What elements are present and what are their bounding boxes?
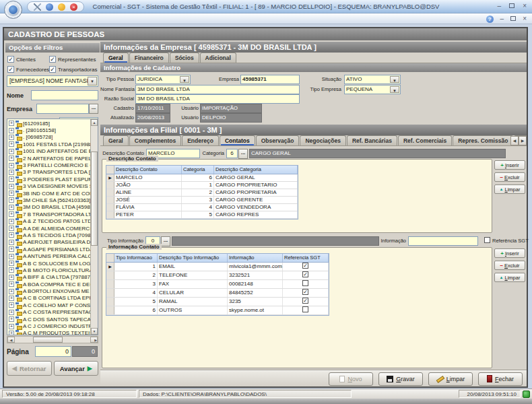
expand-plus-icon[interactable]: + xyxy=(9,197,14,203)
checkbox-icon[interactable]: ✓ xyxy=(302,271,308,277)
chevron-down-icon[interactable]: ▼ xyxy=(88,77,97,86)
tree-item[interactable]: +A B C SOLUCOES EM LOGISTICA xyxy=(7,260,90,267)
contact-row[interactable]: ▶MARCELO6CARGO GERAL xyxy=(106,174,298,182)
cell-referencia-sgt[interactable]: ✓ xyxy=(283,298,329,306)
tab-contatos[interactable]: Contatos xyxy=(220,135,255,145)
filter-checkbox-representantes[interactable]: ✓Representantes xyxy=(49,56,100,63)
nome-input[interactable] xyxy=(31,90,98,100)
search-mode-select[interactable]: [EMPRESAS] NOME FANTASIA ▼ xyxy=(7,75,98,87)
tab-financeiro[interactable]: Financeiro xyxy=(129,53,169,63)
scrollbar-thumb[interactable] xyxy=(91,152,98,246)
pagina-input[interactable]: 0 xyxy=(35,346,71,357)
tab-endereço[interactable]: Endereço xyxy=(182,135,219,145)
mdi-minimize-button[interactable]: – xyxy=(500,15,504,23)
expand-plus-icon[interactable]: + xyxy=(9,141,14,147)
inserir-button[interactable]: +Inserir xyxy=(494,248,525,258)
expand-plus-icon[interactable]: + xyxy=(9,211,14,217)
expand-plus-icon[interactable]: + xyxy=(9,281,14,287)
minimize-button[interactable]: – xyxy=(498,2,502,10)
limpar-button[interactable]: ▲Limpar xyxy=(494,184,525,194)
cell-informacao[interactable]: 3235 xyxy=(228,298,283,306)
scroll-down-icon[interactable]: ▼ xyxy=(91,328,98,335)
cell-descricao-categoria[interactable]: CARGO PROPRIETARIA xyxy=(214,189,298,196)
gravar-button[interactable]: Gravar xyxy=(378,372,423,386)
chevron-down-icon[interactable]: ▼ xyxy=(180,76,189,83)
info-row[interactable]: 2TELEFONE3232521✓ xyxy=(106,271,329,280)
tree-item[interactable]: +A & Z TECIDOS PATOS LTDA [009 xyxy=(7,217,90,224)
referencia-sgt-checkbox[interactable] xyxy=(484,237,490,243)
expand-plus-icon[interactable]: + xyxy=(9,149,14,154)
cell-descricao-tipo[interactable]: FAX xyxy=(158,280,228,288)
cell-descricao-contato[interactable]: ALINE xyxy=(114,189,182,196)
tree-item[interactable]: +[61209185] xyxy=(7,120,90,127)
expand-plus-icon[interactable]: + xyxy=(9,205,14,210)
cell-informacao[interactable]: skype.nome.ot xyxy=(228,306,283,314)
tab-geral[interactable]: Geral xyxy=(103,53,129,63)
tab-repres-comissão[interactable]: Repres. Comissão xyxy=(453,135,513,145)
tree-item[interactable]: +. [06985728] xyxy=(7,134,90,141)
contact-row[interactable]: PETER5CARGO REPRES xyxy=(106,211,298,219)
cell-descricao-tipo[interactable]: TELEFONE xyxy=(158,271,228,279)
cell-descricao-contato[interactable]: JOÃO xyxy=(114,182,182,189)
inserir-button[interactable]: +Inserir xyxy=(494,160,525,170)
expand-plus-icon[interactable]: + xyxy=(9,184,14,189)
cell-tipo-informacao[interactable]: 2 xyxy=(114,271,158,279)
filter-checkbox-fornecedores[interactable]: ✓Fornecedores xyxy=(7,66,49,73)
expand-plus-icon[interactable]: + xyxy=(9,240,14,245)
tree-item[interactable]: +A BORTOLI ENXOVAIS ME [10741 xyxy=(7,288,90,294)
tree-item[interactable]: +2 N ARTEFATOS DE PAPEL LTDA - xyxy=(7,155,90,162)
info-row[interactable]: 3FAX00082148 xyxy=(106,280,329,289)
cell-informacao[interactable]: 84845252 xyxy=(228,289,283,297)
tab-scroll-right-icon[interactable]: ▶ xyxy=(519,136,527,145)
info-row[interactable]: 5RAMAL3235✓ xyxy=(106,298,329,306)
tree-item[interactable]: +3M DO BRASIL LTDA [45985371] xyxy=(7,204,90,211)
fechar-button[interactable]: Fechar xyxy=(478,372,523,386)
cell-informacao[interactable]: 00082148 xyxy=(228,280,283,288)
tree-item[interactable]: +3 VIA DESIGNER MOVEIS SOFAS xyxy=(7,183,90,190)
cell-informacao[interactable]: 3232521 xyxy=(228,271,283,279)
tree-item[interactable]: +A BOA COMPRA TEC E DEC LTDA xyxy=(7,281,90,288)
tree-item[interactable]: +A A DE ALMEIDA COMERCIO ME xyxy=(7,225,90,232)
cell-tipo-informacao[interactable]: 4 xyxy=(114,289,158,297)
mdi-close-button[interactable]: × xyxy=(523,15,527,23)
empresa-browse-button[interactable]: ... xyxy=(89,104,98,114)
cell-descricao-tipo[interactable]: CELULAR xyxy=(158,289,228,297)
expand-plus-icon[interactable]: + xyxy=(9,261,14,266)
categoria-field[interactable]: 6 xyxy=(226,149,238,158)
checkbox-icon[interactable] xyxy=(302,306,308,312)
expand-plus-icon[interactable]: + xyxy=(9,163,14,168)
tree-item[interactable]: +3B IND COM E ATC DE CONFEC L xyxy=(7,190,90,197)
cell-categoria[interactable]: 5 xyxy=(182,211,214,218)
info-row[interactable]: 6OUTROSskype.nome.ot xyxy=(106,306,329,315)
cell-referencia-sgt[interactable] xyxy=(283,280,329,288)
cell-descricao-categoria[interactable]: CARGO PROPRIETARIO xyxy=(214,182,298,189)
cell-categoria[interactable]: 3 xyxy=(182,197,214,203)
tree-item[interactable]: +A C M PRODUTOS TEXTEIS LTDA xyxy=(7,330,90,335)
expand-plus-icon[interactable]: + xyxy=(9,331,14,335)
tree-item[interactable]: +3M CHILE SA [5624103363] xyxy=(7,197,90,203)
limpar-button[interactable]: ▲Limpar xyxy=(494,273,525,282)
informacao-input[interactable] xyxy=(408,236,478,246)
tree-vertical-scrollbar[interactable]: ▲ ▼ xyxy=(90,119,98,335)
cell-descricao-tipo[interactable]: EMAIL xyxy=(158,263,228,271)
tree-item[interactable]: +A ANTUNIS PEREIRA CALCADOS xyxy=(7,252,90,259)
expand-plus-icon[interactable]: + xyxy=(9,128,14,133)
tree-item[interactable]: +A AEROJET BRASILEIRA DE FIBE xyxy=(7,239,90,246)
cell-descricao-contato[interactable]: MARCELO xyxy=(114,174,182,181)
expand-plus-icon[interactable]: + xyxy=(9,121,14,126)
cell-descricao-tipo[interactable]: OUTROS xyxy=(158,306,228,314)
expand-plus-icon[interactable]: + xyxy=(9,226,14,231)
excluir-button[interactable]: −Excluir xyxy=(494,172,525,182)
expand-plus-icon[interactable]: + xyxy=(9,296,14,301)
tab-ref-banc-rias[interactable]: Ref. Bancárias xyxy=(347,135,397,145)
tab-geral[interactable]: Geral xyxy=(103,135,129,145)
nome-fantasia-field[interactable]: 3M DO BRASIL LTDA xyxy=(135,85,300,94)
empresa-code-field[interactable]: 45985371 xyxy=(240,75,300,84)
expand-plus-icon[interactable]: + xyxy=(9,191,14,196)
expand-plus-icon[interactable]: + xyxy=(9,316,14,322)
checkbox-icon[interactable]: ✓ xyxy=(302,298,308,304)
cell-categoria[interactable]: 1 xyxy=(182,182,214,189)
expand-plus-icon[interactable]: + xyxy=(9,275,14,280)
cell-tipo-informacao[interactable]: 1 xyxy=(114,263,158,271)
tree-item[interactable]: +7 B TRANSPORTADORA LTDA [20 xyxy=(7,211,90,217)
